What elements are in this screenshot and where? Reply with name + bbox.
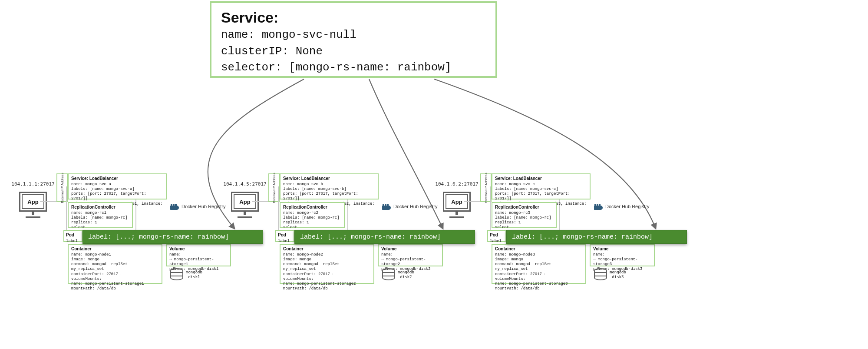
monitor-stand-icon bbox=[449, 216, 464, 218]
pod-label-line: label bbox=[490, 239, 502, 243]
service-name-val: mongo-svc-null bbox=[262, 28, 356, 41]
pod-header: Pod bbox=[278, 233, 286, 237]
volume-header: Volume bbox=[169, 246, 228, 252]
docker-hub-badge: Docker Hub Registry bbox=[594, 203, 649, 210]
pod-box: Pod label bbox=[63, 230, 83, 242]
pod-label-overlay: label: [...; mongo-rs-name: rainbow] bbox=[294, 230, 475, 244]
app-external-ip: 104.1.4.5:27017 bbox=[221, 181, 268, 187]
service-loadbalancer-header: Service: LoadBalancer bbox=[495, 176, 587, 182]
cluster-1: 104.1.1.1:27017 App External IP Address … bbox=[10, 173, 235, 312]
pod-label-overlay: label: [...; mongo-rs-name: rainbow] bbox=[83, 230, 263, 244]
service-title: Service: bbox=[221, 9, 486, 26]
service-selector-key: selector: bbox=[221, 61, 282, 74]
docker-hub-badge: Docker Hub Registry bbox=[170, 203, 225, 210]
disk-label: mongodb-disk3 bbox=[610, 270, 626, 279]
replication-controller-header: ReplicationController bbox=[495, 205, 553, 210]
volume-header: Volume bbox=[593, 246, 651, 252]
volume-header: Volume bbox=[381, 246, 439, 252]
pod-label-overlay: label: [...; mongo-rs-name: rainbow] bbox=[506, 230, 687, 244]
external-ip-label: External IP Address bbox=[272, 173, 276, 203]
docker-whale-icon bbox=[382, 203, 391, 210]
service-loadbalancer-header: Service: LoadBalancer bbox=[71, 176, 163, 182]
disk-label: mongodb-disk1 bbox=[186, 270, 202, 279]
docker-hub-badge: Docker Hub Registry bbox=[382, 203, 437, 210]
service-name-row: name: mongo-svc-null bbox=[221, 27, 486, 43]
container-body: name: mongo-node3image: mongocommand: mo… bbox=[495, 253, 583, 292]
replication-controller-box: ReplicationController name: mongo-rc1lab… bbox=[68, 202, 133, 228]
docker-hub-label: Docker Hub Registry bbox=[393, 204, 437, 209]
app-icon-group: App bbox=[10, 192, 56, 218]
monitor-stand-icon bbox=[238, 216, 252, 218]
replication-controller-box: ReplicationController name: mongo-rc3lab… bbox=[492, 202, 557, 228]
external-ip-label: External IP Address bbox=[484, 173, 488, 203]
service-loadbalancer-box: Service: LoadBalancer name: mongo-svc-bl… bbox=[280, 173, 379, 199]
disk-cylinder-icon bbox=[382, 268, 395, 283]
container-header: Container bbox=[495, 246, 583, 252]
pod-label-line: label bbox=[66, 239, 78, 243]
pod-box: Pod label bbox=[275, 230, 294, 242]
disk-cylinder-icon bbox=[170, 268, 183, 283]
app-external-ip: 104.1.6.2:27017 bbox=[433, 181, 480, 187]
disk-cylinder-icon bbox=[594, 268, 607, 283]
replication-controller-box: ReplicationController name: mongo-rc2lab… bbox=[280, 202, 345, 228]
replication-controller-header: ReplicationController bbox=[283, 205, 341, 210]
replication-controller-body: name: mongo-rc2labels: [name: mongo-rc]r… bbox=[283, 211, 341, 230]
docker-hub-label: Docker Hub Registry bbox=[605, 204, 649, 209]
pod-header: Pod bbox=[490, 233, 498, 237]
service-loadbalancer-box: Service: LoadBalancer name: mongo-svc-cl… bbox=[492, 173, 591, 199]
container-box: Container name: mongo-node1image: mongoc… bbox=[68, 244, 162, 284]
replication-controller-header: ReplicationController bbox=[71, 205, 129, 210]
container-body: name: mongo-node2image: mongocommand: mo… bbox=[283, 253, 371, 292]
pod-header: Pod bbox=[66, 233, 74, 237]
container-box: Container name: mongo-node3image: mongoc… bbox=[492, 244, 586, 284]
monitor-stand-icon bbox=[26, 216, 40, 218]
container-body: name: mongo-node1image: mongocommand: mo… bbox=[71, 253, 159, 292]
service-loadbalancer-box: Service: LoadBalancer name: mongo-svc-al… bbox=[68, 173, 167, 199]
container-header: Container bbox=[283, 246, 371, 252]
external-ip-label: External IP Address bbox=[60, 173, 64, 203]
pod-box: Pod label bbox=[487, 230, 506, 242]
service-clusterip-row: clusterIP: None bbox=[221, 43, 486, 60]
volume-box: Volume name:→ mongo-persistent-storage3p… bbox=[590, 244, 655, 266]
container-box: Container name: mongo-node2image: mongoc… bbox=[280, 244, 374, 284]
service-name-key: name: bbox=[221, 28, 255, 41]
service-clusterip-key: clusterIP: bbox=[221, 45, 289, 58]
service-selector-row: selector: [mongo-rs-name: rainbow] bbox=[221, 60, 486, 76]
app-external-ip: 104.1.1.1:27017 bbox=[10, 181, 56, 187]
service-selector-val: [mongo-rs-name: rainbow] bbox=[289, 61, 451, 74]
service-clusterip-val: None bbox=[296, 45, 323, 58]
docker-whale-icon bbox=[170, 203, 179, 210]
docker-whale-icon bbox=[594, 203, 603, 210]
container-header: Container bbox=[71, 246, 159, 252]
docker-hub-label: Docker Hub Registry bbox=[182, 204, 225, 209]
replication-controller-body: name: mongo-rc1labels: [name: mongo-rc]r… bbox=[71, 211, 129, 230]
service-box: Service: name: mongo-svc-null clusterIP:… bbox=[210, 1, 497, 78]
service-loadbalancer-header: Service: LoadBalancer bbox=[283, 176, 375, 182]
disk-label: mongodb-disk2 bbox=[398, 270, 414, 279]
app-icon-group: App bbox=[433, 192, 480, 218]
app-icon-group: App bbox=[221, 192, 268, 218]
pod-label-line: label bbox=[278, 239, 290, 243]
replication-controller-body: name: mongo-rc3labels: [name: mongo-rc]r… bbox=[495, 211, 553, 230]
